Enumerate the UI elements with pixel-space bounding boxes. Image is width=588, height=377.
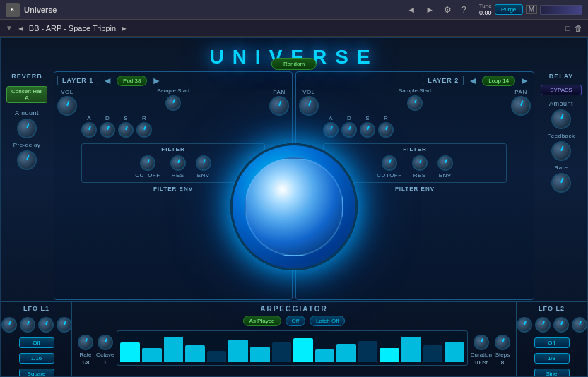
lfo1-knob2[interactable] — [20, 317, 35, 333]
layer1-cutoff-label: CUTOFF — [135, 172, 160, 179]
arp-step-3[interactable] — [185, 345, 205, 362]
lfo2-knob1[interactable] — [517, 317, 532, 333]
layer1-a-knob[interactable] — [81, 122, 97, 138]
layer1-prev[interactable]: ◄ — [101, 75, 114, 86]
preset-delete-icon[interactable]: 🗑 — [575, 24, 582, 32]
arp-btn1[interactable]: As Played — [243, 316, 281, 326]
layer2-sample-knob[interactable] — [407, 95, 423, 111]
layer1-pod-btn[interactable]: Pod 38 — [117, 76, 147, 86]
layer2-loop-btn[interactable]: Loop 14 — [482, 76, 515, 86]
preset-name: BB - ARP - Space Trippin — [29, 24, 116, 32]
lfo1-mode-btn[interactable]: Off — [19, 337, 54, 348]
arp-step-13[interactable] — [401, 337, 421, 362]
arp-btn3[interactable]: Latch Off — [310, 316, 345, 326]
layer2-cutoff-group: CUTOFF — [377, 155, 401, 179]
layer1-r-col: R — [136, 115, 152, 138]
arp-step-14[interactable] — [423, 345, 443, 362]
layer2-vol-knob[interactable] — [299, 96, 319, 116]
arp-step-1[interactable] — [142, 348, 162, 362]
layer2-s-knob[interactable] — [360, 122, 375, 138]
lfo1-shape-btn[interactable]: Square — [19, 369, 54, 377]
lfo2-shape-btn[interactable]: Sine — [534, 369, 570, 377]
arp-step-7[interactable] — [272, 342, 292, 362]
layer2-prev[interactable]: ◄ — [466, 75, 479, 86]
reverb-amount-knob[interactable] — [17, 119, 37, 138]
layer1-r-knob[interactable] — [136, 122, 152, 138]
layer1-pan-knob[interactable] — [269, 96, 289, 116]
arp-step-0[interactable] — [120, 342, 140, 362]
layer2-header: LAYER 2 ◄ Loop 14 ► — [299, 75, 531, 86]
arp-step-10[interactable] — [336, 344, 356, 362]
lfo2-knob3[interactable] — [553, 317, 569, 333]
delay-feedback-knob[interactable] — [551, 141, 571, 161]
layer2-r-knob[interactable] — [378, 122, 394, 138]
lfo1-rate-btn[interactable]: 1/16 — [19, 353, 54, 364]
layer2-res-knob[interactable] — [412, 155, 428, 171]
reverb-predelay-knob[interactable] — [17, 150, 37, 170]
arp-steps-knob[interactable] — [495, 335, 510, 350]
arp-step-4[interactable] — [207, 351, 227, 362]
arp-steps-label: Steps — [495, 352, 510, 358]
layer2-env-group: ENV — [437, 155, 453, 179]
arp-rate-knob[interactable] — [78, 335, 93, 350]
reverb-preset-btn[interactable]: Concert Hall A — [6, 86, 47, 103]
arp-duration-knob[interactable] — [474, 335, 489, 350]
arp-main-area: Rate 1/8 Octave 1 Duration 100% — [78, 330, 510, 366]
layer2-env-knob[interactable] — [437, 155, 453, 171]
arp-controls: As Played Off Latch Off — [78, 316, 510, 326]
arp-grid[interactable] — [117, 330, 467, 366]
main-area: REVERB Concert Hall A Amount Pre-delay L… — [1, 70, 587, 301]
lfo1-label: LFO L1 — [23, 305, 49, 312]
settings-icon[interactable]: ⚙ — [441, 4, 454, 16]
lfo2-knob4[interactable] — [572, 317, 587, 333]
layer1-s-knob[interactable] — [118, 122, 134, 138]
random-btn[interactable]: Random — [271, 58, 317, 70]
next-btn[interactable]: ► — [423, 4, 437, 16]
lfo1-knobs — [1, 317, 72, 333]
layer1-res-knob[interactable] — [170, 155, 186, 171]
layer2-a-knob[interactable] — [323, 122, 339, 138]
arp-step-8[interactable] — [293, 338, 313, 362]
arp-step-15[interactable] — [445, 342, 464, 362]
layer1-s-col: S — [118, 115, 134, 138]
help-icon[interactable]: ? — [459, 4, 469, 16]
tune-slider[interactable] — [540, 5, 582, 15]
layer1-vol-knob[interactable] — [57, 96, 77, 116]
preset-collapse[interactable]: ▼ — [6, 24, 13, 32]
arp-step-2[interactable] — [164, 337, 184, 362]
arp-step-9[interactable] — [315, 349, 335, 362]
arp-step-11[interactable] — [358, 341, 378, 362]
lfo2-label: LFO L2 — [539, 305, 565, 312]
purge-btn[interactable]: Purge — [495, 4, 523, 15]
delay-rate-knob[interactable] — [551, 173, 571, 193]
prev-btn[interactable]: ◄ — [404, 4, 418, 16]
lfo2-knob2[interactable] — [535, 317, 551, 333]
lfo1-knob3[interactable] — [38, 317, 54, 333]
lfo1-knob4[interactable] — [57, 317, 72, 333]
bypass-btn[interactable]: BYPASS — [541, 85, 582, 95]
arp-octave-knob[interactable] — [98, 335, 113, 350]
delay-amount-knob[interactable] — [551, 109, 571, 129]
lfo1-knob1[interactable] — [1, 317, 17, 333]
delay-amount-label: Amount — [549, 100, 573, 107]
preset-save-icon[interactable]: □ — [565, 24, 570, 32]
arp-step-5[interactable] — [228, 340, 248, 362]
layer2-cutoff-knob[interactable] — [382, 155, 397, 171]
lfo2-mode-btn[interactable]: Off — [534, 337, 570, 348]
reverb-label: REVERB — [11, 73, 42, 80]
layer1-vol-label: VOL — [61, 89, 74, 95]
preset-prev[interactable]: ◄ — [17, 24, 25, 32]
arp-step-6[interactable] — [250, 347, 270, 362]
preset-next[interactable]: ► — [120, 24, 128, 32]
arp-btn2[interactable]: Off — [286, 316, 306, 326]
layer2-d-knob[interactable] — [341, 122, 357, 138]
layer1-env-knob[interactable] — [196, 155, 211, 171]
arp-step-12[interactable] — [380, 348, 399, 362]
layer1-sample-knob[interactable] — [165, 95, 181, 111]
layer1-cutoff-knob[interactable] — [140, 155, 155, 171]
layer1-next[interactable]: ► — [150, 75, 163, 86]
layer1-d-knob[interactable] — [100, 122, 115, 138]
layer2-pan-knob[interactable] — [511, 96, 531, 116]
layer2-next[interactable]: ► — [518, 75, 531, 86]
lfo2-rate-btn[interactable]: 1/8 — [534, 353, 570, 364]
